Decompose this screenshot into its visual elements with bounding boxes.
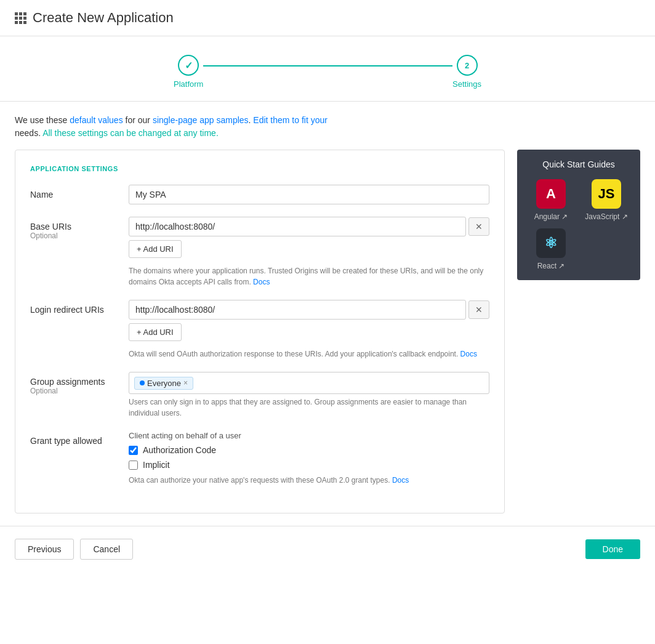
- grant-type-control: Client acting on behalf of a user Author…: [129, 431, 489, 486]
- step-1-circle: ✓: [178, 55, 199, 76]
- react-icon: ⚛: [536, 228, 566, 258]
- name-input[interactable]: [129, 185, 489, 204]
- stepper: ✓ Platform 2 Settings: [0, 36, 655, 102]
- footer-left-buttons: Previous Cancel: [15, 539, 133, 560]
- group-assignments-control: Everyone × Users can only sign in to app…: [129, 372, 489, 419]
- base-uris-help: The domains where your application runs.…: [129, 265, 489, 288]
- base-uris-input-row: ✕: [129, 217, 489, 236]
- base-uris-add-button[interactable]: + Add URI: [129, 240, 182, 258]
- intro-edit: Edit them to fit your: [253, 115, 328, 125]
- intro-text: We use these default values for our sing…: [0, 114, 468, 150]
- name-row: Name: [30, 185, 489, 204]
- step-2-label: Settings: [452, 79, 481, 89]
- login-redirect-docs-link[interactable]: Docs: [460, 350, 477, 358]
- group-assignments-row: Group assignments Optional Everyone × Us…: [30, 372, 489, 419]
- step-platform: ✓ Platform: [174, 55, 203, 89]
- group-assignments-optional: Optional: [30, 387, 129, 395]
- intro-settings: All these settings can be changed at any…: [42, 128, 219, 138]
- javascript-label: JavaScript ↗: [585, 212, 627, 221]
- checkmark-icon: ✓: [185, 60, 193, 71]
- auth-code-label: Authorization Code: [143, 445, 216, 455]
- angular-icon: A: [536, 179, 566, 209]
- base-uris-label-col: Base URIs Optional: [30, 217, 129, 240]
- grid-icon: [15, 12, 26, 24]
- name-label-col: Name: [30, 185, 129, 199]
- implicit-label: Implicit: [143, 460, 170, 470]
- base-uris-clear-button[interactable]: ✕: [468, 217, 489, 236]
- intro-line1: We use these: [15, 115, 70, 125]
- login-redirect-control: ✕ + Add URI Okta will send OAuth authori…: [129, 300, 489, 360]
- cancel-button[interactable]: Cancel: [80, 539, 133, 560]
- auth-code-checkbox[interactable]: [129, 446, 138, 455]
- base-uris-control: ✕ + Add URI The domains where your appli…: [129, 217, 489, 288]
- group-assignments-input[interactable]: Everyone ×: [129, 372, 489, 394]
- group-assignments-label: Group assignments: [30, 377, 105, 387]
- grant-type-label: Grant type allowed: [30, 436, 102, 446]
- quick-start-javascript[interactable]: JS JavaScript ↗: [582, 179, 630, 221]
- base-uris-label: Base URIs: [30, 222, 71, 231]
- quick-start-grid: A Angular ↗ JS JavaScript ↗ ⚛ React ↗: [527, 179, 630, 270]
- grant-type-docs-link[interactable]: Docs: [392, 476, 409, 485]
- grant-type-label-col: Grant type allowed: [30, 431, 129, 446]
- quick-start-card: Quick Start Guides A Angular ↗ JS JavaSc…: [517, 150, 640, 280]
- react-label: React ↗: [537, 262, 565, 270]
- page-header: Create New Application: [0, 0, 655, 36]
- step-settings: 2 Settings: [452, 55, 481, 89]
- step-2-number: 2: [465, 61, 469, 70]
- grant-type-help: Okta can authorize your native app's req…: [129, 475, 489, 486]
- done-button[interactable]: Done: [585, 539, 640, 559]
- main-content: APPLICATION SETTINGS Name Base URIs Opti…: [0, 150, 655, 513]
- previous-button[interactable]: Previous: [15, 539, 74, 560]
- login-redirect-help: Okta will send OAuth authorization respo…: [129, 348, 489, 360]
- name-label: Name: [30, 190, 53, 199]
- step-1-label: Platform: [174, 79, 203, 89]
- group-assignments-label-col: Group assignments Optional: [30, 372, 129, 395]
- auth-code-checkbox-item: Authorization Code: [129, 445, 489, 455]
- login-redirect-clear-button[interactable]: ✕: [468, 300, 489, 319]
- grant-type-group-label: Client acting on behalf of a user: [129, 431, 489, 440]
- base-uris-row: Base URIs Optional ✕ + Add URI The domai…: [30, 217, 489, 288]
- group-everyone-tag: Everyone ×: [134, 377, 193, 390]
- login-redirect-row: Login redirect URIs ✕ + Add URI Okta wil…: [30, 300, 489, 360]
- quick-start-title: Quick Start Guides: [527, 159, 630, 169]
- group-assignments-help: Users can only sign in to apps that they…: [129, 396, 489, 419]
- intro-cont: for our: [123, 115, 153, 125]
- base-uris-input[interactable]: [129, 217, 466, 236]
- implicit-checkbox[interactable]: [129, 461, 138, 470]
- intro-highlight2: single-page app samples: [153, 115, 249, 125]
- tag-label: Everyone: [147, 379, 181, 388]
- intro-needs: needs.: [15, 128, 42, 138]
- grant-type-row: Grant type allowed Client acting on beha…: [30, 431, 489, 486]
- tag-dot-icon: [140, 380, 145, 385]
- step-connector: [203, 65, 452, 66]
- login-redirect-input-row: ✕: [129, 300, 489, 320]
- implicit-checkbox-item: Implicit: [129, 460, 489, 470]
- page-title: Create New Application: [33, 10, 174, 26]
- angular-label: Angular ↗: [534, 212, 568, 221]
- quick-start-react[interactable]: ⚛ React ↗: [527, 228, 575, 270]
- login-redirect-label: Login redirect URIs: [30, 305, 104, 315]
- name-control: [129, 185, 489, 204]
- login-redirect-add-button[interactable]: + Add URI: [129, 323, 182, 341]
- intro-highlight: default values: [70, 115, 123, 125]
- page-footer: Previous Cancel Done: [0, 526, 655, 572]
- base-uris-optional: Optional: [30, 231, 129, 240]
- quick-start-angular[interactable]: A Angular ↗: [527, 179, 575, 221]
- login-redirect-label-col: Login redirect URIs: [30, 300, 129, 315]
- step-2-circle: 2: [457, 55, 478, 76]
- tag-close-icon[interactable]: ×: [183, 379, 188, 387]
- javascript-icon: JS: [592, 179, 621, 209]
- form-card: APPLICATION SETTINGS Name Base URIs Opti…: [15, 150, 505, 513]
- section-title: APPLICATION SETTINGS: [30, 165, 489, 172]
- login-redirect-input[interactable]: [129, 300, 466, 320]
- base-uris-docs-link[interactable]: Docs: [253, 278, 270, 286]
